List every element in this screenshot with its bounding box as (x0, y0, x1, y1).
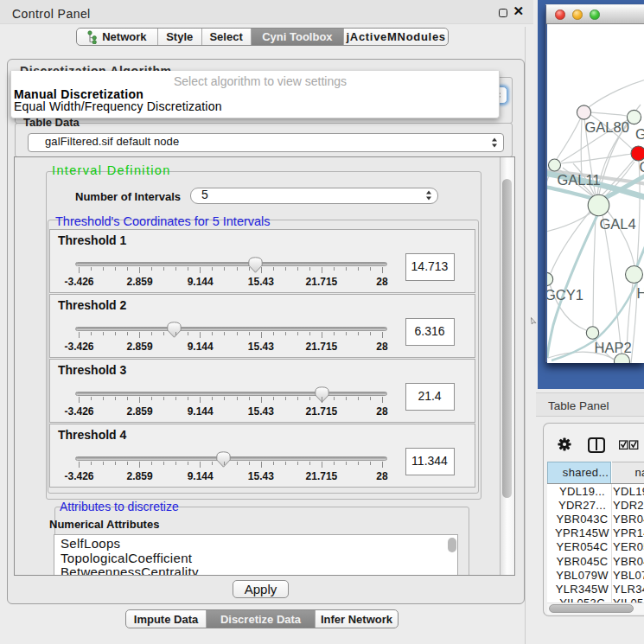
svg-text:GAL11: GAL11 (558, 172, 601, 188)
svg-text:GAL80: GAL80 (585, 119, 629, 135)
svg-text:GCY1: GCY1 (547, 287, 583, 303)
svg-text:H: H (637, 285, 644, 301)
svg-text:GAL4: GAL4 (600, 216, 636, 232)
svg-text:GA: GA (635, 126, 644, 142)
svg-text:HAP2: HAP2 (595, 340, 632, 355)
svg-text:C: C (640, 159, 644, 175)
